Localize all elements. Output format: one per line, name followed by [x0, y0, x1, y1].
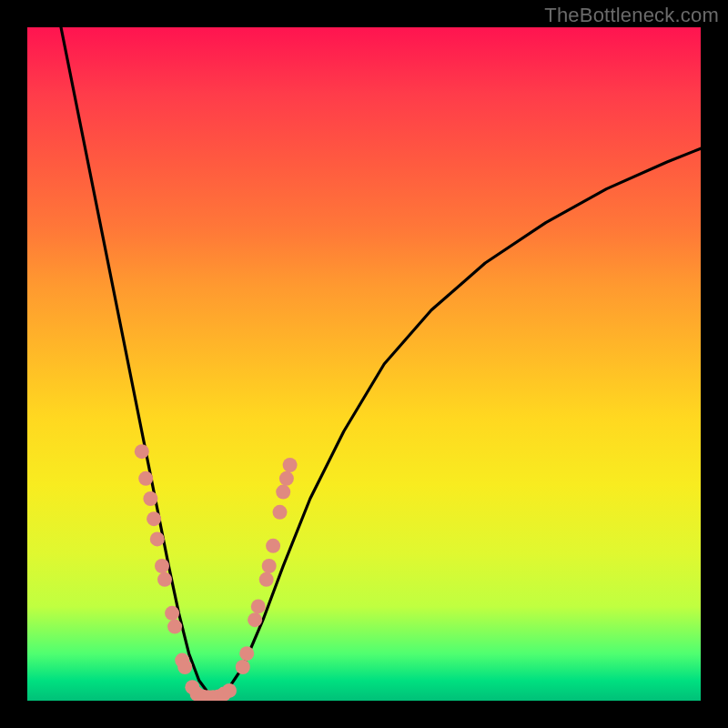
data-point — [259, 572, 274, 587]
data-point — [273, 505, 288, 520]
data-point — [165, 606, 179, 621]
watermark-text: TheBottleneck.com — [544, 4, 719, 27]
data-point — [177, 660, 192, 674]
data-point — [279, 471, 294, 486]
data-point — [248, 612, 262, 627]
data-point — [147, 511, 161, 526]
data-point — [150, 531, 165, 546]
data-point — [167, 620, 182, 634]
data-point — [222, 683, 237, 698]
data-point — [155, 559, 169, 573]
bottleneck-curve — [61, 27, 701, 701]
data-point — [283, 458, 298, 472]
data-point — [138, 471, 153, 486]
curve-svg — [27, 27, 701, 701]
data-point — [143, 491, 157, 506]
plot-area — [27, 27, 701, 701]
data-point — [157, 572, 172, 587]
data-point — [266, 539, 280, 553]
chart-frame: TheBottleneck.com — [0, 0, 728, 728]
data-point — [276, 485, 290, 500]
data-point — [239, 646, 254, 661]
data-point — [135, 444, 149, 459]
curve-path — [61, 27, 701, 701]
data-point — [236, 660, 250, 674]
sample-points — [135, 444, 298, 701]
data-point — [262, 559, 277, 573]
data-point — [251, 599, 266, 613]
